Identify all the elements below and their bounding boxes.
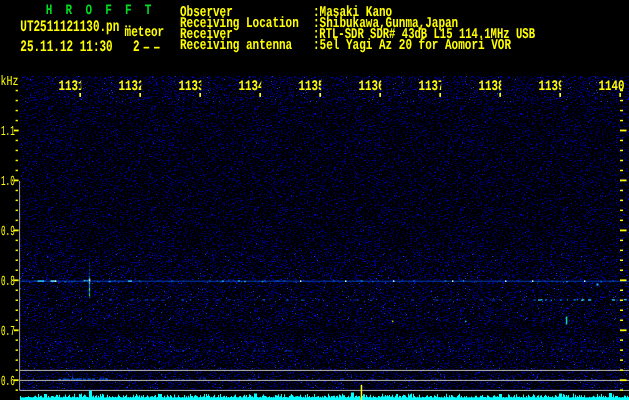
svg-text:1136: 1136 [359,80,385,96]
svg-text:1131: 1131 [59,80,85,96]
svg-text:1139: 1139 [539,80,565,96]
svg-text:Receiving antenna: Receiving antenna [180,38,293,54]
svg-text:1134: 1134 [239,80,265,96]
svg-text:1132: 1132 [119,80,145,96]
svg-text:1133: 1133 [179,80,205,96]
svg-text:0.9: 0.9 [1,225,15,240]
svg-text:0.7: 0.7 [1,325,15,340]
svg-text:0.8: 0.8 [1,275,15,290]
svg-text::5el Yagi Az 20 for Aomori VOR: :5el Yagi Az 20 for Aomori VOR [313,37,511,55]
svg-text:1.1: 1.1 [1,125,15,140]
svg-text:kHz: kHz [1,75,19,90]
svg-text:1140: 1140 [599,80,625,96]
svg-text:1.0: 1.0 [1,175,15,190]
svg-text:2: 2 [133,39,140,56]
svg-text:UT2511121130.pn: UT2511121130.pn [20,20,119,37]
svg-text:0.6: 0.6 [1,375,15,390]
svg-text:meteor: meteor [125,26,165,42]
svg-text:1138: 1138 [479,80,505,96]
svg-text:1135: 1135 [299,80,325,96]
svg-text:1137: 1137 [419,80,445,96]
svg-text:H R O F F T: H R O F F T [46,4,152,20]
svg-text:25.11.12 11:30: 25.11.12 11:30 [20,39,112,56]
